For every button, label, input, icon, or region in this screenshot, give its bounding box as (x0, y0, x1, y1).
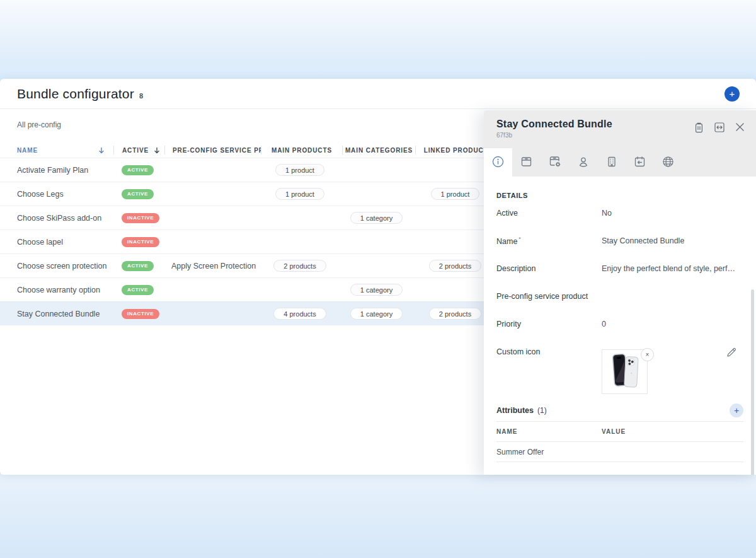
field-active: Active No (496, 199, 743, 227)
field-priority: Priority 0 (496, 310, 743, 338)
record-count: 8 (139, 92, 143, 100)
field-label: Name* (496, 236, 602, 246)
field-value[interactable]: Stay Connected Bundle (602, 236, 684, 245)
required-marker: * (518, 236, 521, 242)
panel-header: Stay Connected Bundle 67f3b (484, 110, 756, 148)
sort-desc-icon[interactable] (98, 147, 105, 154)
linked-products-pill[interactable]: 1 product (431, 188, 480, 200)
globe-icon (662, 156, 674, 170)
attributes-table: NAME VALUE Summer Offer (496, 421, 743, 462)
box-icon (520, 156, 532, 170)
edit-custom-icon-button[interactable] (726, 347, 737, 360)
column-header-main-products[interactable]: MAIN PRODUCTS (261, 147, 342, 154)
status-badge: ACTIVE (122, 165, 154, 175)
tab-history[interactable] (626, 148, 654, 177)
close-icon (735, 122, 745, 134)
panel-title: Stay Connected Bundle (496, 119, 612, 130)
main-products-pill[interactable]: 2 products (273, 260, 326, 272)
column-header-main-categories[interactable]: MAIN CATEGORIES (343, 147, 415, 154)
box-gear-icon (549, 155, 561, 170)
trash-icon (694, 122, 704, 135)
card-header: Bundle configurator 8 + (0, 79, 756, 109)
field-value[interactable]: 0 (602, 320, 606, 328)
attr-column-name: NAME (496, 428, 602, 435)
close-icon: × (646, 352, 650, 358)
row-name: Choose warranty option (0, 286, 113, 294)
field-value[interactable]: No (602, 209, 612, 218)
field-label: Pre-config service product (496, 292, 602, 301)
column-header-service-product[interactable]: PRE-CONFIG SERVICE PR... (165, 147, 261, 154)
field-label: Custom icon (496, 338, 602, 366)
main-products-pill[interactable]: 1 product (275, 164, 324, 176)
main-categories-pill[interactable]: 1 category (350, 308, 403, 320)
field-label: Priority (496, 320, 602, 328)
attribute-row[interactable]: Summer Offer (496, 442, 743, 462)
record-id: 67f3b (496, 132, 612, 139)
status-badge: ACTIVE (122, 189, 154, 199)
add-attribute-button[interactable]: + (730, 404, 743, 417)
field-label: Description (496, 264, 602, 273)
remove-custom-icon-button[interactable]: × (641, 348, 654, 361)
tab-web[interactable] (654, 148, 682, 177)
phone-image (609, 352, 641, 392)
detail-panel: Stay Connected Bundle 67f3b (484, 110, 756, 475)
calendar-back-icon (634, 156, 646, 170)
main-categories-pill[interactable]: 1 category (350, 212, 403, 224)
field-label: Active (496, 209, 602, 218)
plus-icon: + (734, 406, 739, 415)
attr-column-value: VALUE (602, 428, 626, 435)
row-name: Choose Legs (0, 190, 113, 199)
tab-details[interactable] (484, 148, 512, 177)
expand-panel-button[interactable] (713, 121, 726, 136)
attributes-header: Attributes (1) + (496, 400, 743, 421)
info-icon (492, 156, 504, 170)
field-custom-icon: Custom icon (496, 338, 743, 397)
row-name: Choose SkiPass add-on (0, 214, 113, 223)
attributes-title: Attributes (496, 406, 534, 415)
main-products-pill[interactable]: 1 product (275, 188, 324, 200)
building-icon (606, 156, 617, 170)
attribute-name: Summer Offer (496, 448, 602, 456)
status-badge: INACTIVE (122, 237, 159, 247)
tab-products[interactable] (512, 148, 541, 177)
tab-product-settings[interactable] (541, 148, 569, 177)
status-badge: ACTIVE (122, 261, 154, 271)
close-panel-button[interactable] (734, 121, 746, 135)
field-description: Description Enjoy the perfect blend of s… (496, 255, 743, 282)
row-name: Activate Family Plan (0, 166, 113, 175)
status-badge: INACTIVE (122, 309, 159, 319)
row-name: Choose lapel (0, 238, 113, 247)
row-name: Choose screen protection (0, 262, 113, 270)
linked-products-pill[interactable]: 2 products (429, 260, 481, 272)
attributes-header-row: NAME VALUE (496, 422, 743, 442)
main-products-pill[interactable]: 4 products (273, 308, 326, 320)
pencil-icon (726, 351, 737, 360)
user-icon (577, 156, 590, 170)
attributes-count: (1) (537, 406, 547, 415)
panel-scrollbar[interactable] (751, 289, 754, 475)
tab-customers[interactable] (569, 148, 597, 177)
tab-organization[interactable] (597, 148, 626, 177)
field-service-product: Pre-config service product (496, 282, 743, 310)
add-bundle-button[interactable]: + (724, 86, 740, 102)
field-name: Name* Stay Connected Bundle (496, 227, 743, 255)
column-header-active[interactable]: ACTIVE (114, 147, 164, 154)
linked-products-pill[interactable]: 2 products (429, 308, 481, 320)
plus-icon: + (730, 89, 735, 98)
status-badge: ACTIVE (122, 285, 154, 295)
row-service-product: Apply Screen Protection (164, 262, 260, 270)
main-categories-pill[interactable]: 1 category (350, 284, 403, 296)
panel-body: DETAILS Active No Name* Stay Connected B… (484, 192, 756, 475)
row-name: Stay Connected Bundle (0, 310, 113, 318)
column-header-name[interactable]: NAME (0, 147, 113, 154)
status-badge: INACTIVE (122, 213, 159, 223)
details-section-title: DETAILS (496, 192, 743, 199)
sort-desc-icon[interactable] (154, 147, 160, 154)
panel-tabs (484, 148, 756, 177)
page-title: Bundle configurator (17, 86, 134, 102)
field-value[interactable]: Enjoy the perfect blend of style, perfor… (602, 264, 739, 273)
expand-horizontal-icon (714, 122, 724, 134)
delete-button[interactable] (693, 121, 705, 136)
